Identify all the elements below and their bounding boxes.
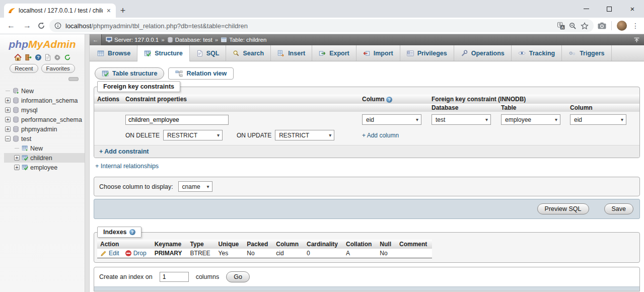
add-column-link[interactable]: + Add column	[362, 132, 399, 139]
expander-icon[interactable]: −	[5, 136, 11, 141]
edit-index-link[interactable]: Edit	[100, 250, 119, 257]
fk-header-group: Foreign key constraint (INNODB)	[428, 95, 639, 104]
display-column-select[interactable]: cname	[178, 181, 212, 192]
sidebar-collapse-handle[interactable]	[68, 77, 79, 81]
forward-icon[interactable]: →	[21, 22, 33, 30]
help-icon[interactable]: ?	[35, 54, 42, 61]
go-button[interactable]: Go	[226, 271, 250, 282]
logo-myadmin: MyAdmin	[28, 38, 76, 50]
idx-header-collation: Collation	[343, 240, 377, 249]
minimize-button[interactable]	[575, 0, 598, 18]
recent-button[interactable]: Recent	[10, 64, 38, 73]
close-window-button[interactable]: ×	[621, 0, 644, 18]
idx-header-unique: Unique	[216, 240, 244, 249]
relation-view-button[interactable]: Relation view	[168, 67, 234, 80]
tree-item-test[interactable]: − test	[4, 134, 85, 143]
tree-item-new-database[interactable]: New	[4, 86, 85, 96]
tree-item-information-schema[interactable]: + information_schema	[4, 96, 85, 105]
foreign-key-fieldset: Foreign key constraints Actions Constrai…	[94, 87, 640, 158]
tree-item-children[interactable]: + children	[4, 153, 85, 163]
sidebar-resize-divider[interactable]	[85, 34, 90, 292]
save-button[interactable]: Save	[604, 203, 634, 214]
new-tab-button[interactable]: +	[116, 4, 130, 18]
tree-item-mysql[interactable]: + mysql	[4, 105, 85, 115]
collapse-top-icon[interactable]	[633, 37, 640, 43]
breadcrumb-server[interactable]: Server: 127.0.0.1	[106, 37, 159, 43]
tab-tracking[interactable]: Tracking	[512, 45, 562, 61]
breadcrumb-database[interactable]: Database: test	[167, 37, 212, 43]
info-icon[interactable]	[54, 22, 61, 29]
url-bar[interactable]: localhost/phpmyadmin/tbl_relation.php?db…	[49, 19, 594, 32]
expander-icon[interactable]: +	[5, 117, 11, 122]
foreign-key-legend: Foreign key constraints	[97, 81, 180, 92]
expander-icon[interactable]: +	[5, 126, 11, 132]
constraint-name-input[interactable]	[125, 115, 229, 125]
fk-database-select[interactable]: test	[432, 114, 491, 125]
expander-icon[interactable]: +	[5, 107, 11, 113]
on-update-select[interactable]: RESTRICT	[275, 130, 334, 140]
tree-label: New	[21, 88, 34, 95]
minimize-icon	[584, 9, 589, 9]
camera-icon[interactable]	[598, 22, 606, 29]
on-delete-select[interactable]: RESTRICT	[163, 130, 223, 140]
favorites-button[interactable]: Favorites	[41, 64, 75, 73]
fk-column-select[interactable]: eid	[570, 114, 626, 125]
translate-icon[interactable]: A	[557, 22, 565, 30]
expander-icon[interactable]: +	[14, 155, 20, 161]
fk-table-select[interactable]: employee	[501, 114, 560, 125]
zoom-icon[interactable]	[569, 22, 577, 30]
expander-icon[interactable]: +	[14, 165, 20, 170]
back-icon[interactable]: ←	[5, 22, 17, 30]
display-column-label: Choose column to display:	[99, 183, 173, 190]
tab-operations[interactable]: Operations	[454, 45, 512, 61]
tab-privileges[interactable]: Privileges	[400, 45, 454, 61]
column-select[interactable]: eid	[362, 114, 421, 125]
tree-item-phpmyadmin[interactable]: + phpmyadmin	[4, 124, 85, 134]
internal-relationships-link[interactable]: + Internal relationships	[95, 163, 640, 170]
refresh-icon[interactable]	[37, 22, 45, 30]
create-index-count-input[interactable]	[160, 272, 189, 282]
breadcrumb-table[interactable]: Table: children	[221, 37, 266, 43]
tab-structure[interactable]: Structure	[137, 45, 190, 61]
help-icon[interactable]	[129, 229, 135, 235]
idx-header-action: Action	[97, 240, 152, 249]
avatar[interactable]	[617, 21, 627, 31]
tab-triggers[interactable]: Triggers	[562, 45, 611, 61]
add-constraint-link[interactable]: + Add constraint	[94, 145, 639, 158]
star-icon[interactable]	[581, 22, 589, 30]
idx-header-column: Column	[273, 240, 304, 249]
breadcrumb-back-button[interactable]: ←	[90, 34, 102, 45]
docs-icon[interactable]	[45, 54, 51, 61]
drop-index-link[interactable]: Drop	[125, 250, 147, 257]
svg-text:?: ?	[37, 55, 39, 60]
browser-tab[interactable]: localhost / 127.0.0.1 / test / child ×	[4, 4, 116, 18]
tab-search[interactable]: Search	[226, 45, 271, 61]
tab-insert[interactable]: Insert	[271, 45, 312, 61]
expander-icon[interactable]: +	[5, 98, 11, 103]
kebab-menu-icon[interactable]: ⋮	[632, 22, 639, 30]
home-icon[interactable]	[14, 54, 22, 61]
create-index-box: Create an index on columns Go	[94, 267, 640, 291]
help-icon[interactable]	[386, 97, 392, 103]
tab-import[interactable]: Import	[356, 45, 400, 61]
pma-logo[interactable]: phpMyAdmin	[0, 36, 85, 51]
idx-header-null: Null	[377, 240, 396, 249]
page-content: Table structure Relation view Foreign ke…	[90, 61, 644, 292]
button-label: Relation view	[186, 70, 227, 77]
tree-item-performance-schema[interactable]: + performance_schema	[4, 115, 85, 124]
preview-sql-button[interactable]: Preview SQL	[537, 203, 589, 214]
maximize-button[interactable]	[598, 0, 621, 18]
database-icon	[13, 126, 19, 132]
tree-label: performance_schema	[21, 116, 82, 123]
tab-close-icon[interactable]: ×	[106, 7, 112, 14]
tab-browse[interactable]: Browse	[91, 45, 137, 61]
exit-icon[interactable]	[25, 54, 32, 61]
reload-icon[interactable]	[64, 54, 71, 61]
settings-icon[interactable]	[54, 54, 61, 61]
tab-export[interactable]: Export	[312, 45, 356, 61]
tab-sql[interactable]: SQL	[190, 45, 227, 61]
tab-label: Triggers	[580, 50, 604, 57]
tree-item-new-table[interactable]: New	[4, 143, 85, 153]
tree-item-employee[interactable]: + employee	[4, 163, 85, 172]
table-structure-button[interactable]: Table structure	[95, 67, 164, 80]
